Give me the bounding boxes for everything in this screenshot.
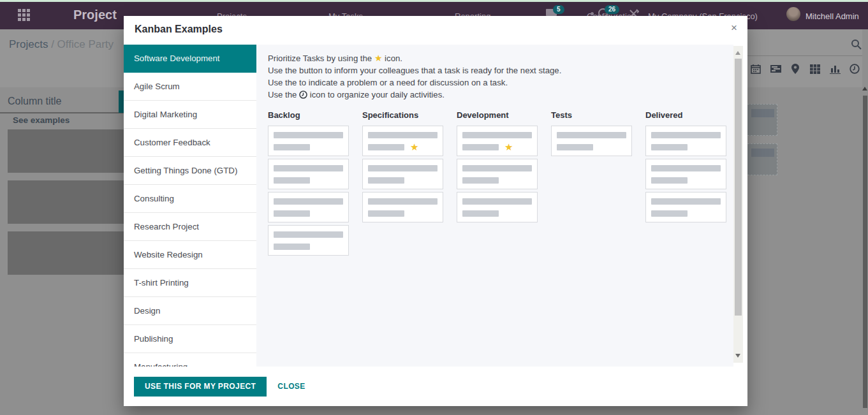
modal-scrollbar-thumb[interactable] [735, 59, 742, 316]
column-cards: ★ [362, 126, 443, 222]
sidebar-item-software-development[interactable]: Software Development [124, 45, 256, 73]
example-card [268, 192, 349, 222]
column-title-input[interactable]: Column title [8, 96, 61, 107]
description-line: Use the to indicate a problem or a need … [268, 76, 733, 89]
modal-footer: USE THIS FOR MY PROJECT CLOSE [124, 367, 747, 406]
example-card [268, 159, 349, 189]
gantt-view-icon[interactable] [770, 63, 781, 75]
ghost-card [8, 129, 128, 173]
sidebar-item-manufacturing[interactable]: Manufacturing [124, 353, 256, 367]
messages-badge: 5 [553, 5, 564, 14]
column-cards [268, 126, 349, 256]
example-column-development: Development ★ [457, 110, 538, 256]
apps-grid-icon[interactable] [18, 9, 31, 22]
breadcrumb-current: Office Party [57, 38, 114, 50]
activity-view-icon[interactable] [849, 63, 860, 75]
clock-icon [299, 91, 307, 99]
app-name[interactable]: Project [73, 8, 117, 22]
panel-divider [747, 55, 862, 56]
calendar-view-icon[interactable] [750, 63, 761, 75]
graph-view-icon[interactable] [829, 63, 841, 75]
sidebar-item-publishing[interactable]: Publishing [124, 325, 256, 353]
sidebar-item-tshirt-printing[interactable]: T-shirt Printing [124, 269, 256, 297]
example-card [645, 192, 726, 222]
example-column-backlog: Backlog [268, 110, 349, 256]
add-column-button-edge[interactable] [119, 91, 124, 113]
column-header: Specifications [362, 110, 443, 120]
example-card [457, 159, 538, 189]
column-cards: ★ [457, 126, 538, 222]
modal-body: Software Development Agile Scrum Digital… [124, 45, 747, 367]
breadcrumb: Projects / Office Party [9, 38, 114, 51]
use-for-my-project-button[interactable]: USE THIS FOR MY PROJECT [134, 377, 267, 397]
view-switcher [750, 63, 860, 75]
description-line: Use the icon to organize your daily acti… [268, 89, 733, 101]
star-icon: ★ [374, 53, 383, 63]
example-card [457, 192, 538, 222]
sidebar-item-website-redesign[interactable]: Website Redesign [124, 241, 256, 269]
column-header: Tests [551, 110, 632, 120]
modal-scrollbar[interactable] [733, 46, 743, 363]
close-icon[interactable]: × [731, 22, 737, 34]
ghost-card [8, 231, 128, 275]
pivot-view-icon[interactable] [809, 63, 821, 75]
description-line: Use the button to inform your colleagues… [268, 64, 733, 76]
ghost-card [8, 180, 128, 224]
activities-badge: 26 [605, 5, 619, 14]
see-examples-link[interactable]: See examples [13, 115, 70, 125]
star-icon: ★ [410, 144, 418, 150]
page-scrollbar-thumb[interactable] [863, 96, 867, 408]
breadcrumb-separator: / [48, 38, 57, 50]
example-card [362, 159, 443, 189]
examples-sidebar: Software Development Agile Scrum Digital… [124, 45, 256, 367]
search-icon[interactable] [851, 39, 862, 50]
example-card [362, 192, 443, 222]
column-cards [551, 126, 632, 156]
ghost-card-dashed [747, 104, 777, 136]
sidebar-item-gtd[interactable]: Getting Things Done (GTD) [124, 157, 256, 185]
column-header: Delivered [645, 110, 726, 120]
scroll-down-arrow-icon[interactable] [735, 354, 740, 358]
example-column-specifications: Specifications ★ [362, 110, 443, 256]
example-card [645, 159, 726, 189]
column-title-underline [0, 112, 124, 113]
star-icon: ★ [504, 144, 513, 150]
ghost-card-dashed [747, 143, 777, 175]
bell-icon[interactable] [591, 12, 594, 15]
example-card [268, 126, 349, 156]
example-card [268, 225, 349, 256]
user-avatar[interactable] [786, 7, 800, 21]
example-preview: Prioritize Tasks by using the ★ icon. Us… [256, 45, 733, 367]
example-card: ★ [457, 126, 538, 156]
sidebar-item-research-project[interactable]: Research Project [124, 213, 256, 241]
map-view-icon[interactable] [790, 63, 801, 75]
example-column-tests: Tests [551, 110, 632, 256]
user-name[interactable]: Mitchell Admin [805, 11, 859, 21]
example-card [551, 126, 632, 156]
example-card [645, 126, 726, 156]
sidebar-item-design[interactable]: Design [124, 297, 256, 325]
description-line: Prioritize Tasks by using the ★ icon. [268, 52, 733, 64]
example-kanban-board: Backlog Specifications ★ Development ★ T… [268, 110, 733, 256]
sidebar-item-digital-marketing[interactable]: Digital Marketing [124, 101, 256, 129]
sidebar-item-agile-scrum[interactable]: Agile Scrum [124, 73, 256, 101]
breadcrumb-projects-link[interactable]: Projects [9, 38, 48, 50]
close-button[interactable]: CLOSE [277, 382, 305, 391]
modal-header: Kanban Examples × [124, 16, 747, 45]
sidebar-item-customer-feedback[interactable]: Customer Feedback [124, 129, 256, 157]
column-header: Development [457, 110, 538, 120]
column-header: Backlog [268, 110, 349, 120]
kanban-examples-modal: Kanban Examples × Software Development A… [124, 16, 747, 406]
sidebar-item-consulting[interactable]: Consulting [124, 185, 256, 213]
example-column-delivered: Delivered [645, 110, 726, 256]
scroll-up-arrow-icon[interactable] [735, 51, 740, 55]
modal-title: Kanban Examples [135, 24, 223, 35]
example-card: ★ [362, 126, 443, 156]
column-cards [645, 126, 726, 222]
scroll-up-arrow-icon[interactable] [862, 87, 867, 91]
